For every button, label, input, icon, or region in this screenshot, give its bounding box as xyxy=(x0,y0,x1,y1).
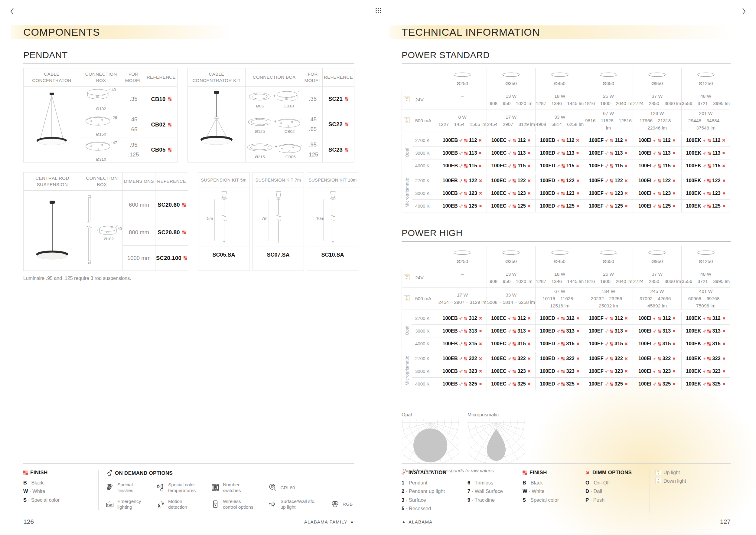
finish-legend: FINISH B · BlackW · WhiteS · Special col… xyxy=(523,470,585,504)
diameter-label: Ø950 xyxy=(633,259,681,264)
dimm-burst-icon xyxy=(478,151,482,155)
column-header: REFERENCE xyxy=(322,69,354,87)
legend-item: 6 · Trimless xyxy=(468,478,503,487)
reference-code-cell: 100EB✂315 xyxy=(438,337,487,350)
dimm-burst-icon xyxy=(722,179,726,183)
reference-code-cell: 100EI✂312 xyxy=(633,312,682,325)
dimm-burst-icon xyxy=(624,204,628,208)
reference-code-cell: 100ED✂312 xyxy=(535,312,584,325)
installation-scissors-icon: ✂ xyxy=(458,315,465,322)
finish-checker-icon xyxy=(561,179,565,183)
dimm-burst-icon xyxy=(479,329,482,333)
installation-scissors-icon: ✂ xyxy=(555,341,562,347)
dimensions-cell: 600 mm xyxy=(123,191,155,219)
distribution-diagram: Opal xyxy=(402,412,459,463)
reference-code-cell: 100EF✂115 xyxy=(584,159,633,172)
dimm-burst-icon xyxy=(672,151,676,155)
installation-scissors-icon: ✂ xyxy=(458,163,465,169)
finish-checker-icon xyxy=(513,152,516,155)
installation-scissors-icon: ✂ xyxy=(651,190,658,197)
cable-concentrator-kit-table: CABLE CONCENTRATOR KITCONNECTION BOXFOR … xyxy=(187,68,354,162)
legend-item: 3 · Surface xyxy=(402,496,468,504)
reference-code-cell: 100EC✂122 xyxy=(487,174,535,187)
cable-concentrator-table: CABLE CONCENTRATORCONNECTION BOXFOR MODE… xyxy=(23,68,177,162)
dimensions-cell: 1000 mm xyxy=(123,246,155,271)
finish-checker-icon xyxy=(609,357,613,360)
diffuser-group-label: Opal xyxy=(402,312,412,350)
installation-scissors-icon: ✂ xyxy=(555,178,562,184)
components-legend: FINISH B · BlackW · WhiteS · Special col… xyxy=(23,470,354,510)
installation-scissors-icon: ✂ xyxy=(701,190,708,197)
dimm-burst-icon xyxy=(672,139,676,142)
color-temperature: 4000 K xyxy=(412,159,438,172)
drive-label: 24V xyxy=(412,90,438,110)
color-temperature: 2700 K xyxy=(412,134,438,147)
diameter-header: Ø950 xyxy=(633,246,682,268)
svg-text:7m: 7m xyxy=(261,216,267,221)
finish-checker-icon xyxy=(464,329,467,333)
installation-scissors-icon: ✂ xyxy=(506,381,513,388)
diameter-header: Ø650 xyxy=(584,68,633,90)
finish-checker-icon xyxy=(609,317,613,320)
prev-page-button[interactable] xyxy=(8,6,16,18)
reference-code-cell: 100EC✂313 xyxy=(487,325,535,337)
power-value-cell: 33 W5008 – 5814 – 6258 lm xyxy=(487,288,535,310)
next-page-button[interactable] xyxy=(740,6,748,18)
installation-scissors-icon: ✂ xyxy=(604,381,610,388)
diagram-label: Microprismatic xyxy=(468,412,525,418)
legend-title: ON DEMAND OPTIONS xyxy=(105,470,354,477)
central-rod-table: CENTRAL ROD SUSPENSIONCONNECTION BOXDIME… xyxy=(23,172,188,271)
dimm-burst-icon xyxy=(672,357,676,360)
reference-code-cell: 100ED✂112 xyxy=(535,134,584,147)
suspension-kit-reference: SC05.SA xyxy=(198,247,249,263)
reference-cell: SC22 xyxy=(322,112,354,137)
installation-scissors-icon: ✂ xyxy=(651,341,658,347)
connection-box-cell: 40Ø102 xyxy=(80,87,122,112)
finish-checker-icon xyxy=(513,192,516,195)
finish-checker-icon xyxy=(658,382,661,386)
reference-code-cell: 100EI✂325 xyxy=(633,378,682,390)
power-value-cell: 48 W3556 – 3721 – 3995 lm xyxy=(682,268,730,288)
luminaire-disc-icon xyxy=(453,250,472,256)
dimm-burst-icon xyxy=(722,329,726,333)
suspension-kit-reference: SC10.SA xyxy=(307,247,358,263)
reference-code-cell: 100EK✂125 xyxy=(682,200,730,212)
svg-text:10m: 10m xyxy=(316,216,324,221)
table-corner xyxy=(402,68,438,90)
dimm-burst-icon xyxy=(527,382,531,386)
pendant-drawing-cell xyxy=(24,87,80,162)
dimm-burst-icon xyxy=(527,179,531,183)
svg-text:80: 80 xyxy=(271,487,273,489)
power-value-cell: –– xyxy=(438,90,487,110)
finish-checker-icon xyxy=(513,139,516,142)
dimm-burst-icon xyxy=(624,317,628,320)
svg-text:40: 40 xyxy=(112,87,116,92)
installation-scissors-icon: ✂ xyxy=(555,328,562,335)
reference-code-cell: 100EB✂322 xyxy=(438,352,487,365)
suspension-kit-drawing: 5m xyxy=(198,188,249,247)
down-light-cell xyxy=(402,288,412,310)
diameter-label: Ø450 xyxy=(535,259,584,264)
column-header: REFERENCE xyxy=(155,173,188,191)
on-demand-legend: ON DEMAND OPTIONS Special finishesEXITEm… xyxy=(98,470,354,510)
power-value-cell: 13 W908 – 950 – 1020 lm xyxy=(487,268,535,288)
finish-checker-icon xyxy=(609,329,613,333)
group-spacer xyxy=(402,172,730,174)
installation-legend: ✂INSTALLATION 1 · Pendant2 · Pendant up … xyxy=(402,470,523,513)
finish-checker-icon xyxy=(707,357,711,360)
power-value-cell: 123 W17966 – 21318 – 22946 lm xyxy=(633,110,682,132)
luminaire-disc-icon xyxy=(502,72,521,78)
grid-view-button[interactable] xyxy=(374,7,382,15)
installation-scissors-icon: ✂ xyxy=(555,203,562,210)
reference-code-cell: 100EC✂322 xyxy=(487,352,535,365)
for-model-cell: .35 xyxy=(122,87,145,112)
chevron-right-icon xyxy=(742,7,746,15)
diameter-header: Ø350 xyxy=(487,246,535,268)
reference-code-cell: 100ED✂122 xyxy=(535,174,584,187)
luminaire-disc-icon xyxy=(696,250,715,256)
installation-scissors-icon: ✂ xyxy=(555,150,562,157)
finish-checker-icon xyxy=(168,148,172,152)
finish-checker-icon xyxy=(658,329,661,333)
finish-checker-icon xyxy=(561,357,565,360)
for-model-cell: .45 .65 xyxy=(122,112,145,137)
